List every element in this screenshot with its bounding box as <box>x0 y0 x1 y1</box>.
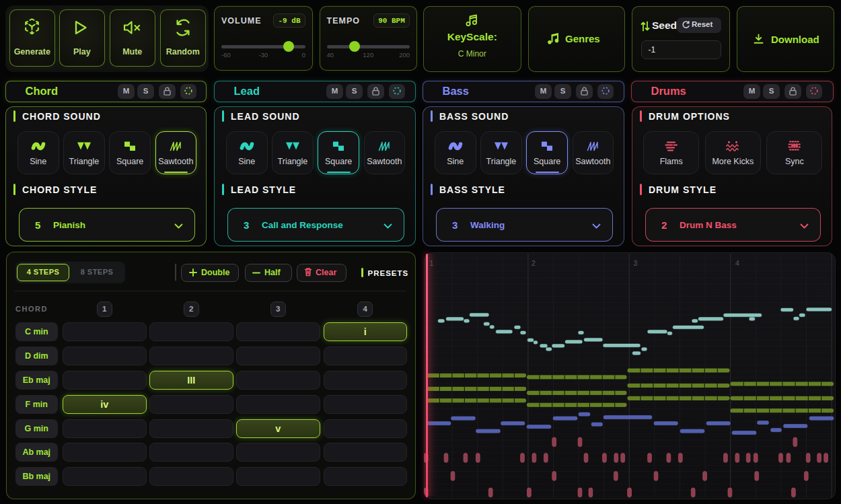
svg-text:3: 3 <box>634 258 638 266</box>
svg-text:4: 4 <box>735 258 739 266</box>
svg-text:2: 2 <box>532 258 536 266</box>
